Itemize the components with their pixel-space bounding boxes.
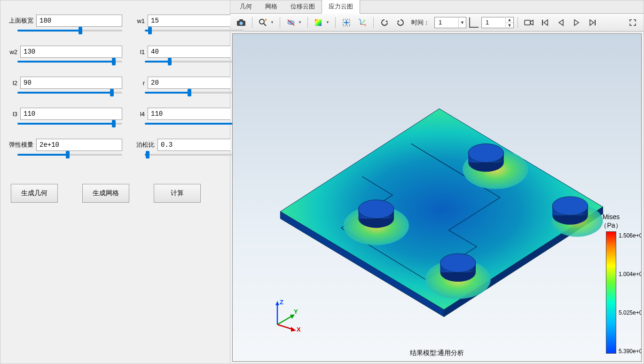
clip-plane-icon[interactable]: ▼ [284,16,304,30]
svg-rect-18 [595,20,596,25]
param-label: l1 [136,48,145,55]
param-input[interactable] [20,77,122,89]
svg-text:y: y [364,19,365,22]
param-label: r [136,79,145,87]
generate-mesh-button[interactable]: 生成网格 [82,184,129,203]
param-2: w2 [9,46,122,63]
compute-button[interactable]: 计算 [154,184,201,203]
legend-units: （Pa） [588,221,635,229]
last-frame-icon[interactable] [586,16,600,30]
render-style-icon[interactable]: ▼ [312,16,331,30]
viewport-toolbar: ✦ ▼ ▼ ▼ zxy 时间： 1 ▼ [230,14,644,32]
fit-view-icon[interactable] [339,16,353,30]
param-1: w1 [136,15,243,32]
color-legend: Mises （Pa） 1.506e+061.004e+065.025e+055.… [588,213,635,354]
svg-line-12 [361,21,364,24]
legend-tick: 5.025e+05 [619,309,642,316]
param-slider[interactable] [145,154,243,156]
axes-icon[interactable]: zxy [355,16,369,30]
tab-bar: 几何网格位移云图应力云图 [230,0,644,14]
param-slider[interactable] [17,92,122,94]
param-3: l1 [136,46,243,63]
chevron-down-icon[interactable]: ▼ [298,20,302,24]
legend-tick: 1.506e+06 [619,232,642,239]
legend-tick: 1.004e+06 [619,271,642,277]
play-icon[interactable] [570,16,584,30]
param-slider[interactable] [17,61,122,63]
generate-geometry-button[interactable]: 生成几何 [11,184,58,203]
svg-point-34 [468,144,504,163]
parameter-panel: 上面板宽w1w2l1l2rl3l4弹性模量泊松比生成几何生成网格计算 [0,0,230,364]
svg-rect-1 [239,19,243,21]
step-up-icon[interactable]: ▲ [506,17,513,23]
param-0: 上面板宽 [9,15,122,32]
time-label: 时间： [411,18,430,27]
tab-0[interactable]: 几何 [233,0,259,13]
time-value: 1 [435,19,458,26]
camera-icon[interactable] [234,16,248,30]
time-combo[interactable]: 1 ▼ [434,17,466,28]
param-slider[interactable] [17,154,122,156]
param-input[interactable] [20,108,122,120]
rotate-ccw-icon[interactable] [377,16,392,30]
expand-icon[interactable] [626,16,640,30]
svg-point-3 [259,19,264,24]
param-4: l2 [9,77,122,94]
rotate-cw-icon[interactable] [393,16,408,30]
svg-rect-8 [315,19,322,26]
svg-point-2 [240,22,243,25]
param-slider[interactable] [145,92,243,94]
axis-triad: Z Y X [270,299,303,333]
svg-rect-17 [542,20,543,25]
tab-2[interactable]: 位移云图 [284,0,322,13]
video-camera-icon[interactable] [522,16,536,30]
prev-frame-icon[interactable] [554,16,568,30]
3d-viewport[interactable]: Z Y X 结果模型:通用分析 Mises （Pa） 1.506e+061.00… [232,33,642,362]
chevron-down-icon[interactable]: ▼ [326,20,330,24]
param-input[interactable] [36,139,122,151]
param-slider[interactable] [145,61,243,63]
param-label: l2 [9,79,17,87]
step-down-icon[interactable]: ▼ [506,23,513,28]
chevron-down-icon[interactable]: ▼ [458,17,466,28]
svg-text:x: x [365,24,366,27]
param-label: w2 [9,48,17,55]
zoom-icon[interactable]: ✦ ▼ [256,16,276,30]
param-input[interactable] [148,77,243,89]
tab-3[interactable]: 应力云图 [322,0,360,14]
svg-text:Y: Y [294,308,298,315]
param-slider[interactable] [145,30,243,32]
svg-text:z: z [359,18,360,21]
param-slider[interactable] [17,123,122,125]
param-label: 泊松比 [136,141,155,149]
first-frame-icon[interactable] [538,16,552,30]
svg-text:X: X [297,326,301,333]
param-7: l4 [136,108,243,125]
param-input[interactable] [148,15,243,27]
param-label: 上面板宽 [9,16,33,25]
svg-line-4 [264,24,266,26]
param-label: l4 [136,111,145,118]
param-input[interactable] [148,108,243,120]
svg-line-41 [277,316,293,324]
param-slider[interactable] [145,123,243,125]
tab-1[interactable]: 网格 [259,0,284,13]
step-spinner[interactable]: 1 ▲ ▼ [481,17,514,28]
svg-point-31 [440,253,476,272]
param-input[interactable] [36,15,122,27]
param-5: r [136,77,243,94]
svg-point-37 [552,197,588,215]
svg-point-28 [358,200,394,219]
param-6: l3 [9,108,122,125]
legend-title: Mises [588,213,635,221]
results-panel: 几何网格位移云图应力云图 ✦ ▼ ▼ ▼ zxy [230,0,644,364]
param-9: 泊松比 [136,139,243,156]
step-indicator-icon [469,17,479,28]
chevron-down-icon[interactable]: ▼ [270,20,274,24]
svg-marker-45 [291,327,296,332]
param-slider[interactable] [17,30,122,32]
svg-marker-39 [275,301,279,305]
param-input[interactable] [148,46,243,58]
param-input[interactable] [20,46,122,58]
legend-tick: 5.390e+02 [619,348,642,355]
